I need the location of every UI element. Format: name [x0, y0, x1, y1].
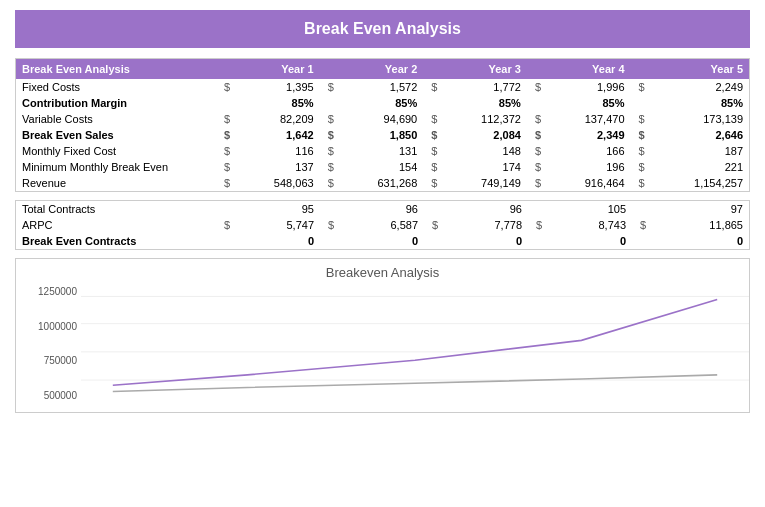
row-value: 85%: [651, 95, 749, 111]
table-row: Contribution Margin85%85%85%85%85%: [16, 95, 749, 111]
dollar-sign: $: [423, 127, 443, 143]
dollar-sign: [216, 95, 236, 111]
row-label: Fixed Costs: [16, 79, 216, 95]
bottom-table-row: ARPC$5,747$6,587$7,778$8,743$11,865: [16, 217, 749, 233]
dollar-sign: $: [528, 217, 548, 233]
row-label: Revenue: [16, 175, 216, 191]
bottom-table-row: Break Even Contracts00000: [16, 233, 749, 249]
col-year5: Year 5: [631, 59, 750, 79]
row-value: 221: [651, 159, 749, 175]
row-value: 0: [236, 233, 320, 249]
row-value: 2,249: [651, 79, 749, 95]
col-year4: Year 4: [527, 59, 631, 79]
dollar-sign: $: [216, 79, 236, 95]
dollar-sign: $: [216, 127, 236, 143]
row-value: 749,149: [443, 175, 527, 191]
dollar-sign: $: [423, 175, 443, 191]
row-value: 1,772: [443, 79, 527, 95]
dollar-sign: $: [320, 143, 340, 159]
dollar-sign: $: [216, 159, 236, 175]
dollar-sign: $: [527, 79, 547, 95]
dollar-sign: $: [527, 159, 547, 175]
dollar-sign: $: [320, 217, 340, 233]
table-row: Break Even Sales$1,642$1,850$2,084$2,349…: [16, 127, 749, 143]
bottom-table: Total Contracts95969610597ARPC$5,747$6,5…: [16, 201, 749, 249]
row-value: 196: [547, 159, 631, 175]
row-value: 1,850: [340, 127, 424, 143]
y-label-1250000: 1250000: [20, 286, 77, 297]
row-label: ARPC: [16, 217, 216, 233]
dollar-sign: $: [631, 127, 651, 143]
main-table-section: Break Even Analysis Year 1 Year 2 Year 3…: [15, 58, 750, 192]
revenue-line: [113, 300, 717, 386]
chart-title: Breakeven Analysis: [16, 259, 749, 286]
row-value: 2,349: [547, 127, 631, 143]
row-value: 154: [340, 159, 424, 175]
dollar-sign: $: [216, 217, 236, 233]
main-table: Break Even Analysis Year 1 Year 2 Year 3…: [16, 59, 749, 191]
dollar-sign: $: [631, 111, 651, 127]
table-row: Fixed Costs$1,395$1,572$1,772$1,996$2,24…: [16, 79, 749, 95]
table-row: Revenue$548,063$631,268$749,149$916,464$…: [16, 175, 749, 191]
row-value: 187: [651, 143, 749, 159]
y-label-500000: 500000: [20, 390, 77, 401]
row-value: 173,139: [651, 111, 749, 127]
row-value: 548,063: [236, 175, 320, 191]
row-value: 96: [340, 201, 424, 217]
row-value: 0: [652, 233, 749, 249]
dollar-sign: $: [424, 217, 444, 233]
table-row: Variable Costs$82,209$94,690$112,372$137…: [16, 111, 749, 127]
row-label: Variable Costs: [16, 111, 216, 127]
dollar-sign: [216, 233, 236, 249]
dollar-sign: $: [631, 159, 651, 175]
dollar-sign: [528, 201, 548, 217]
dollar-sign: [320, 201, 340, 217]
row-value: 11,865: [652, 217, 749, 233]
table-header-row: Break Even Analysis Year 1 Year 2 Year 3…: [16, 59, 749, 79]
row-label: Monthly Fixed Cost: [16, 143, 216, 159]
col-label: Break Even Analysis: [16, 59, 216, 79]
row-value: 82,209: [236, 111, 320, 127]
table-row: Monthly Fixed Cost$116$131$148$166$187: [16, 143, 749, 159]
row-value: 2,646: [651, 127, 749, 143]
dollar-sign: [632, 233, 652, 249]
dollar-sign: $: [320, 79, 340, 95]
dollar-sign: [423, 95, 443, 111]
col-year1: Year 1: [216, 59, 320, 79]
dollar-sign: [216, 201, 236, 217]
col-year2: Year 2: [320, 59, 424, 79]
dollar-sign: $: [527, 111, 547, 127]
dollar-sign: $: [631, 79, 651, 95]
dollar-sign: [527, 95, 547, 111]
row-value: 116: [236, 143, 320, 159]
row-value: 0: [548, 233, 632, 249]
costs-line: [113, 375, 717, 392]
chart-area: 1250000 1000000 750000 500000: [16, 286, 749, 401]
dollar-sign: $: [320, 159, 340, 175]
dollar-sign: $: [527, 175, 547, 191]
dollar-sign: $: [423, 111, 443, 127]
chart-section: Breakeven Analysis 1250000 1000000 75000…: [15, 258, 750, 413]
row-value: 631,268: [340, 175, 424, 191]
dollar-sign: [631, 95, 651, 111]
row-value: 1,154,257: [651, 175, 749, 191]
dollar-sign: [424, 233, 444, 249]
row-label: Minimum Monthly Break Even: [16, 159, 216, 175]
row-value: 148: [443, 143, 527, 159]
row-value: 7,778: [444, 217, 528, 233]
row-value: 1,996: [547, 79, 631, 95]
row-label: Break Even Sales: [16, 127, 216, 143]
row-value: 112,372: [443, 111, 527, 127]
y-axis-labels: 1250000 1000000 750000 500000: [16, 286, 81, 401]
row-value: 131: [340, 143, 424, 159]
row-value: 8,743: [548, 217, 632, 233]
dollar-sign: $: [423, 79, 443, 95]
bottom-table-row: Total Contracts95969610597: [16, 201, 749, 217]
dollar-sign: $: [320, 127, 340, 143]
row-value: 96: [444, 201, 528, 217]
dollar-sign: $: [320, 175, 340, 191]
row-value: 0: [340, 233, 424, 249]
row-value: 174: [443, 159, 527, 175]
dollar-sign: $: [216, 111, 236, 127]
row-value: 1,395: [236, 79, 320, 95]
